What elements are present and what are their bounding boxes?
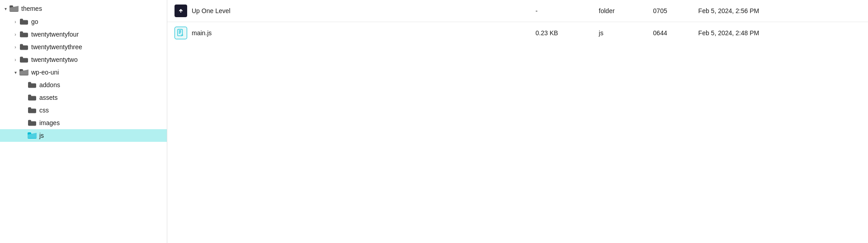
tree-label-css: css [39,107,49,114]
tree-label-twentytwentyfour: twentytwentyfour [31,31,79,38]
svg-rect-19 [28,107,31,110]
tree-item-wp-eo-uni[interactable]: ▾ wp-eo-uni [0,66,167,79]
tree-label-twentytwentytwo: twentytwentytwo [31,56,78,63]
svg-text:js: js [181,34,184,36]
cell-permissions-up: 0705 [646,0,691,22]
svg-rect-27 [179,32,181,32]
js-file-icon: js [175,27,187,39]
folder-icon-addons [27,81,37,89]
tree-item-css[interactable]: css [0,104,167,117]
folder-icon-twentytwentyfour [19,30,29,38]
cell-name-mainjs[interactable]: js main.js [167,22,321,44]
folder-icon-twentytwentythree [19,43,29,51]
up-one-level-icon [175,5,187,17]
cell-size-up: - [528,0,592,22]
svg-rect-4 [20,19,23,21]
chevron-twentytwentyfour: › [12,32,19,37]
file-list-panel: Up One Level - folder 0705 Feb 5, 2024, … [167,0,868,243]
svg-rect-28 [179,33,181,33]
svg-rect-6 [20,32,23,34]
tree-item-go[interactable]: › go [0,15,167,28]
tree-item-twentytwentythree[interactable]: › twentytwentythree [0,41,167,53]
folder-icon-assets [27,93,37,102]
chevron-themes: ▾ [2,6,9,11]
svg-rect-8 [20,44,23,47]
chevron-wp-eo-uni: ▾ [12,70,19,75]
chevron-go: › [12,19,19,24]
tree-item-js[interactable]: js [0,129,167,142]
file-tree-sidebar: ▾ themes › go › twentytwe [0,0,167,243]
cell-size-mainjs: 0.23 KB [528,22,592,44]
folder-icon-wp-eo-uni [19,68,29,76]
folder-icon-css [27,106,37,114]
folder-icon-themes [9,5,19,13]
tree-item-addons[interactable]: addons [0,79,167,91]
chevron-twentytwentythree: › [12,45,19,50]
cell-name-up[interactable]: Up One Level [167,0,321,22]
tree-label-images: images [39,119,60,126]
chevron-twentytwentytwo: › [12,57,19,62]
svg-rect-15 [28,82,31,84]
tree-label-twentytwentythree: twentytwentythree [31,43,82,51]
svg-rect-10 [20,57,23,59]
cell-type-up: folder [592,0,646,22]
table-row-up[interactable]: Up One Level - folder 0705 Feb 5, 2024, … [167,0,868,22]
tree-label-js: js [39,132,44,139]
tree-item-themes[interactable]: ▾ themes [0,2,167,15]
tree-item-twentytwentyfour[interactable]: › twentytwentyfour [0,28,167,41]
tree-label-themes: themes [21,5,42,12]
name-mainjs: main.js [192,29,212,37]
cell-type-mainjs: js [592,22,646,44]
file-table: Up One Level - folder 0705 Feb 5, 2024, … [167,0,868,44]
tree-label-wp-eo-uni: wp-eo-uni [31,69,59,76]
svg-rect-26 [179,31,181,31]
cell-date-mainjs: Feb 5, 2024, 2:48 PM [691,22,868,44]
tree-label-go: go [31,18,38,25]
tree-item-images[interactable]: images [0,117,167,129]
table-row-mainjs[interactable]: js main.js 0.23 KB js 0644 Feb 5, 2024, … [167,22,868,44]
svg-rect-17 [28,95,31,97]
svg-rect-21 [28,120,31,122]
cell-date-up: Feb 5, 2024, 2:56 PM [691,0,868,22]
tree-label-assets: assets [39,94,57,101]
tree-item-twentytwentytwo[interactable]: › twentytwentytwo [0,53,167,66]
folder-icon-js [27,131,37,140]
folder-icon-twentytwentytwo [19,56,29,64]
cell-permissions-mainjs: 0644 [646,22,691,44]
folder-icon-images [27,119,37,127]
tree-label-addons: addons [39,81,60,89]
folder-icon-go [19,18,29,26]
tree-item-assets[interactable]: assets [0,91,167,104]
name-up-one-level: Up One Level [192,7,231,14]
